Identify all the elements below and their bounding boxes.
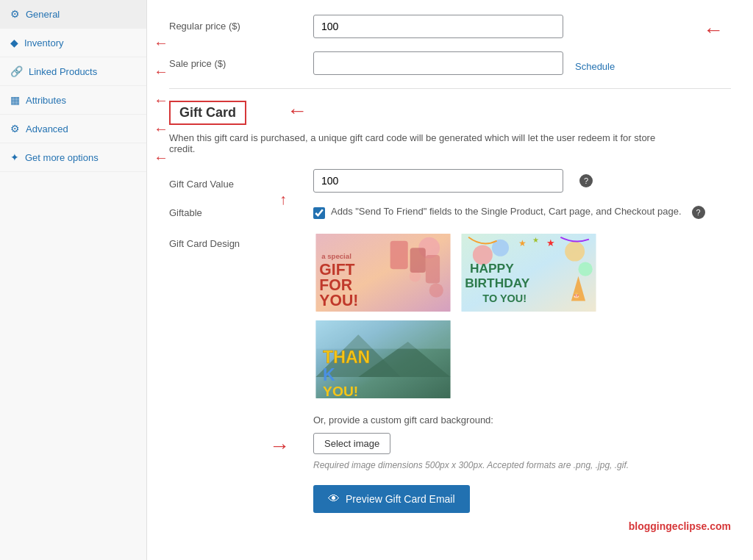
sale-price-row: Sale price ($) Schedule <box>169 51 731 75</box>
help-icon-value[interactable]: ? <box>579 174 593 187</box>
gift-card-value-input[interactable] <box>313 169 563 193</box>
svg-text:HAPPY: HAPPY <box>470 261 514 276</box>
svg-text:GIFT: GIFT <box>319 261 354 278</box>
gift-card-value-row: Gift Card Value ? ↑ <box>169 169 731 193</box>
image-requirements: Required image dimensions 500px x 300px.… <box>313 460 731 470</box>
svg-text:a special: a special <box>321 252 351 260</box>
eye-icon: 👁 <box>328 492 340 506</box>
main-content: Regular price ($) ← Sale price ($) Sched… <box>147 0 753 560</box>
arrow-advanced: ← <box>154 121 168 137</box>
sidebar-item-attributes[interactable]: ▦ Attributes ← <box>0 86 146 115</box>
help-icon-giftable[interactable]: ? <box>692 206 705 219</box>
giftable-content: Adds "Send To Friend" fields to the Sing… <box>313 206 731 219</box>
svg-point-2 <box>429 283 443 297</box>
svg-text:★: ★ <box>518 239 527 248</box>
sale-price-input[interactable] <box>313 51 563 75</box>
gift-card-design-images: a special GIFT FOR YOU! <box>313 232 731 532</box>
svg-text:★: ★ <box>532 236 539 244</box>
design-image-gift-for-you[interactable]: a special GIFT FOR YOU! <box>313 232 453 313</box>
gift-card-description: When this gift card is purchased, a uniq… <box>169 132 684 154</box>
watermark: bloggingeclipse.com <box>313 520 731 532</box>
design-image-thank-you[interactable]: THAN K YOU! <box>313 319 453 400</box>
svg-text:TO YOU!: TO YOU! <box>482 292 527 304</box>
arrow-gift-value: ↑ <box>279 191 287 208</box>
regular-price-label: Regular price ($) <box>169 15 301 32</box>
sidebar-item-get-more-options[interactable]: ✦ Get more options ← <box>0 143 146 172</box>
sidebar-item-label: Advanced <box>26 123 68 134</box>
inventory-icon: ◆ <box>10 37 18 49</box>
sidebar-item-label: Linked Products <box>29 66 97 77</box>
svg-text:K: K <box>323 365 335 384</box>
sidebar-item-general[interactable]: ⚙ General <box>0 0 146 29</box>
sidebar: ⚙ General ◆ Inventory ← 🔗 Linked Product… <box>0 0 147 560</box>
svg-text:🎂: 🎂 <box>573 292 580 299</box>
giftable-row: Giftable Adds "Send To Friend" fields to… <box>169 206 731 219</box>
svg-text:BIRTHDAY: BIRTHDAY <box>465 276 529 290</box>
advanced-icon: ⚙ <box>10 123 20 134</box>
svg-text:FOR: FOR <box>319 276 352 293</box>
sidebar-item-label: Inventory <box>24 37 63 49</box>
svg-text:THAN: THAN <box>323 348 370 367</box>
watermark-text: bloggingeclipse.com <box>629 520 731 532</box>
arrow-gift-card: ← <box>287 99 307 123</box>
svg-text:YOU!: YOU! <box>319 292 358 309</box>
attributes-icon: ▦ <box>10 94 20 106</box>
sidebar-item-linked-products[interactable]: 🔗 Linked Products ← <box>0 57 146 86</box>
sale-price-label: Sale price ($) <box>169 58 301 69</box>
preview-btn-label: Preview Gift Card Email <box>346 493 455 505</box>
sidebar-item-label: Get more options <box>25 152 99 163</box>
svg-rect-27 <box>315 320 450 349</box>
gift-card-title: Gift Card <box>169 101 246 125</box>
link-icon: 🔗 <box>10 65 23 77</box>
gift-card-value-label: Gift Card Value <box>169 173 301 190</box>
giftable-description: Adds "Send To Friend" fields to the Sing… <box>331 206 682 217</box>
general-icon: ⚙ <box>10 8 20 20</box>
design-image-grid: a special GIFT FOR YOU! <box>313 232 731 400</box>
arrow-linked: ← <box>154 63 168 80</box>
gift-card-design-label: Gift Card Design <box>169 232 301 532</box>
gift-card-header: Gift Card ← <box>169 101 731 125</box>
select-image-button[interactable]: Select image <box>313 433 390 454</box>
arrow-inventory: ← <box>154 35 168 51</box>
preview-section: 👁 Preview Gift Card Email <box>313 485 731 513</box>
design-image-happy-birthday[interactable]: ★ ★ ★ HAPPY BIRTHDAY TO YOU! 🎂 <box>459 232 599 313</box>
custom-bg-section: Or, provide a custom gift card backgroun… <box>313 414 731 470</box>
sidebar-item-inventory[interactable]: ◆ Inventory ← <box>0 29 146 57</box>
svg-point-14 <box>565 242 585 262</box>
svg-rect-5 <box>410 248 426 273</box>
gift-card-design-row: Gift Card Design <box>169 232 731 532</box>
arrow-select-image: → <box>269 434 290 458</box>
arrow-more: ← <box>154 149 168 166</box>
svg-text:★: ★ <box>546 237 555 248</box>
sidebar-item-label: Attributes <box>26 95 66 106</box>
giftable-checkbox[interactable] <box>313 207 325 219</box>
custom-bg-label: Or, provide a custom gift card backgroun… <box>313 414 731 426</box>
preview-gift-card-button[interactable]: 👁 Preview Gift Card Email <box>313 485 470 513</box>
regular-price-input[interactable] <box>313 15 563 38</box>
svg-point-15 <box>578 262 592 276</box>
svg-text:YOU!: YOU! <box>323 384 358 398</box>
arrow-attributes: ← <box>154 92 168 109</box>
divider <box>169 88 731 89</box>
svg-rect-6 <box>426 255 440 284</box>
sidebar-item-advanced[interactable]: ⚙ Advanced ← <box>0 115 146 143</box>
regular-price-row: Regular price ($) ← <box>169 15 731 38</box>
schedule-link[interactable]: Schedule <box>575 55 615 72</box>
get-more-icon: ✦ <box>10 151 19 163</box>
arrow-regular-price: ← <box>703 18 724 42</box>
sidebar-item-label: General <box>26 9 60 20</box>
svg-rect-4 <box>390 241 408 270</box>
